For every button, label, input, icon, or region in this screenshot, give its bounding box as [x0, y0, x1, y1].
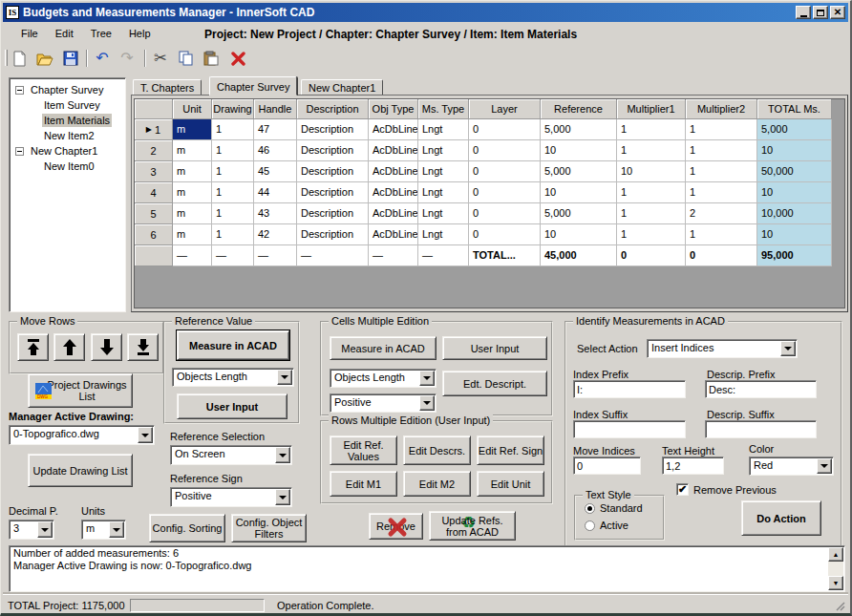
tree-item-item-materials[interactable]: Item Materials	[10, 113, 125, 128]
menu-help[interactable]: Help	[120, 25, 160, 42]
grid-cell[interactable]: Lngt	[418, 203, 469, 224]
grid-cell[interactable]: 10	[757, 224, 832, 245]
active-drawing-select[interactable]: 0-Topografico.dwg	[9, 425, 155, 445]
reference-sign-select[interactable]: Positive	[170, 487, 292, 507]
grid-cell[interactable]: 1	[686, 224, 757, 245]
minimize-button[interactable]	[796, 6, 811, 19]
tab-chapter-survey[interactable]: Chapter Survey	[209, 76, 297, 96]
grid-cell[interactable]: Description	[297, 203, 369, 224]
cells-measure-in-acad-button[interactable]: Measure in ACAD	[330, 336, 437, 360]
grid-cell[interactable]: 0	[469, 203, 541, 224]
menu-tree[interactable]: Tree	[82, 25, 120, 42]
radio-standard[interactable]: Standard	[585, 502, 643, 514]
dropdown-button[interactable]	[780, 341, 796, 356]
grid-cell[interactable]: m	[173, 203, 212, 224]
dropdown-button[interactable]	[37, 521, 53, 538]
grid-cell[interactable]: m	[173, 182, 212, 203]
move-indices-input[interactable]	[573, 457, 641, 475]
grid-cell[interactable]: 50,000	[757, 161, 832, 182]
grid-cell[interactable]: 1	[617, 203, 686, 224]
grid-cell[interactable]: 10	[541, 224, 617, 245]
grid-cell[interactable]: m	[173, 119, 212, 140]
grid-cell[interactable]: AcDbLine	[369, 182, 418, 203]
grid-cell[interactable]: 1	[212, 182, 254, 203]
grid-cell[interactable]: 5,000	[541, 161, 617, 182]
grid-header-cell[interactable]: Obj Type	[369, 99, 418, 119]
measure-in-acad-button[interactable]: Measure in ACAD	[177, 330, 289, 360]
resize-grip[interactable]	[835, 601, 846, 612]
config-sorting-button[interactable]: Config. Sorting	[149, 514, 225, 542]
grid-cell[interactable]: 0	[469, 161, 541, 182]
grid-cell[interactable]: 44	[254, 182, 297, 203]
index-suffix-input[interactable]	[573, 420, 686, 438]
scroll-down-button[interactable]: ▼	[828, 576, 843, 590]
grid-cell[interactable]: 1	[686, 182, 757, 203]
grid-header-cell[interactable]: TOTAL Ms.	[757, 99, 832, 119]
dropdown-button[interactable]	[109, 521, 124, 538]
grid-header-cell[interactable]: Multiplier1	[617, 99, 686, 119]
cells-user-input-button[interactable]: User Input	[442, 336, 547, 360]
grid-cell[interactable]: 2	[686, 203, 757, 224]
grid-cell[interactable]: m	[173, 161, 212, 182]
grid-row-header[interactable]: 6	[135, 224, 173, 245]
dropdown-button[interactable]	[275, 489, 290, 505]
grid-header-cell[interactable]: Layer	[469, 99, 541, 119]
grid-cell[interactable]: 1	[686, 140, 757, 161]
do-action-button[interactable]: Do Action	[741, 500, 821, 536]
grid-cell[interactable]: 47	[254, 119, 297, 140]
grid-cell[interactable]: 1	[212, 203, 254, 224]
tree-item-new-chapter1[interactable]: New Chapter1	[10, 143, 125, 159]
grid-cell[interactable]: 1	[212, 161, 254, 182]
grid-cell[interactable]: 1	[617, 224, 686, 245]
maximize-button[interactable]	[813, 6, 828, 19]
grid-cell[interactable]: 1	[686, 161, 757, 182]
grid-cell[interactable]: 0	[469, 224, 541, 245]
grid-cell[interactable]: AcDbLine	[369, 161, 418, 182]
grid-cell[interactable]: 10	[541, 182, 617, 203]
grid-cell[interactable]: Description	[297, 161, 369, 182]
grid-cell[interactable]: 1	[686, 119, 757, 140]
grid-header-cell[interactable]: Description	[297, 99, 369, 119]
edit-m1-button[interactable]: Edit M1	[330, 471, 397, 497]
grid-cell[interactable]: 0	[469, 119, 541, 140]
edit-unit-button[interactable]: Edit Unit	[477, 471, 544, 497]
dropdown-button[interactable]	[275, 447, 290, 463]
grid-header-cell[interactable]: Drawing	[212, 99, 254, 119]
project-drawings-list-button[interactable]: DWG Project Drawings List	[28, 373, 133, 408]
grid-cell[interactable]: Description	[297, 182, 369, 203]
grid-cell[interactable]: Lngt	[418, 161, 469, 182]
cells-sign-select[interactable]: Positive	[330, 393, 437, 413]
collapse-icon[interactable]	[15, 86, 24, 95]
grid-cell[interactable]: 5,000	[541, 203, 617, 224]
tree-item-new-item0[interactable]: New Item0	[10, 159, 125, 174]
select-action-select[interactable]: Insert Indices	[647, 339, 798, 358]
edit-m2-button[interactable]: Edit M2	[403, 471, 471, 497]
move-row-top-button[interactable]	[17, 333, 49, 361]
edit-ref-values-button[interactable]: Edit Ref. Values	[330, 435, 397, 465]
index-prefix-input[interactable]	[573, 380, 686, 398]
delete-button[interactable]	[227, 48, 248, 69]
grid-cell[interactable]: Lngt	[418, 140, 469, 161]
grid-row-header[interactable]: 5	[135, 203, 173, 224]
dropdown-button[interactable]	[419, 395, 435, 411]
save-button[interactable]	[60, 48, 81, 69]
grid-cell[interactable]: 10	[757, 140, 832, 161]
paste-button[interactable]	[201, 48, 222, 69]
tab-t.-chapters[interactable]: T. Chapters	[133, 79, 202, 96]
reference-mode-select[interactable]: Objects Length	[172, 368, 294, 387]
grid-cell[interactable]: 10	[757, 182, 832, 203]
grid-cell[interactable]: 42	[254, 224, 297, 245]
grid-cell[interactable]: AcDbLine	[369, 224, 418, 245]
cut-button[interactable]: ✂	[150, 48, 171, 69]
tree-item-new-item2[interactable]: New Item2	[10, 128, 125, 143]
grid-cell[interactable]: m	[173, 140, 212, 161]
color-select[interactable]: Red	[749, 457, 834, 476]
tree-item-item-survey[interactable]: Item Survey	[10, 97, 125, 113]
grid-header-cell[interactable]: Ms. Type	[418, 99, 469, 119]
grid-cell[interactable]: 10	[617, 161, 686, 182]
grid-cell[interactable]: 43	[254, 203, 297, 224]
dropdown-button[interactable]	[138, 427, 153, 443]
text-height-input[interactable]	[662, 457, 724, 475]
scroll-up-button[interactable]: ▲	[828, 547, 843, 562]
menu-edit[interactable]: Edit	[47, 25, 82, 42]
